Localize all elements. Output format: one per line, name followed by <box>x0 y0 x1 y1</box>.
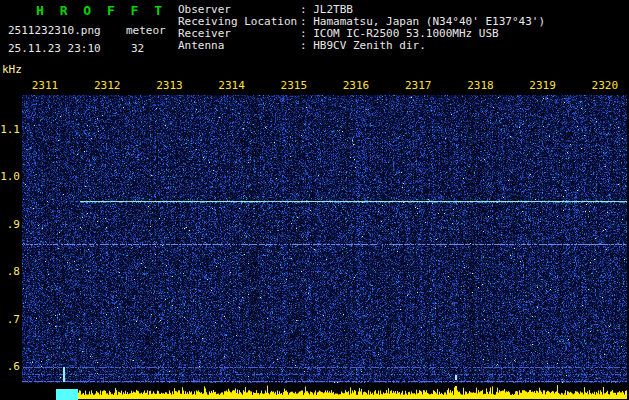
x-tick-label: 2319 <box>521 80 565 92</box>
y-axis-unit-label: kHz <box>2 64 22 76</box>
info-field-label: Antenna <box>178 40 300 52</box>
x-tick-label: 2311 <box>23 80 67 92</box>
x-tick-label: 2315 <box>272 80 316 92</box>
datetime-label: 25.11.23 23:10 <box>8 43 101 55</box>
mode-label: meteor <box>126 25 166 37</box>
y-tick-label: 1.1 <box>0 124 20 136</box>
info-field-value: : HB9CV Zenith dir. <box>300 39 426 52</box>
spectrogram-canvas <box>22 95 627 383</box>
signal-level-canvas <box>22 384 627 400</box>
x-tick-label: 2317 <box>396 80 440 92</box>
x-tick-label: 2318 <box>458 80 502 92</box>
station-info: Observer: JL2TBBReceiving Location: Hama… <box>178 4 545 52</box>
x-tick-label: 2312 <box>85 80 129 92</box>
x-tick-label: 2320 <box>583 80 627 92</box>
y-tick-label: .7 <box>0 314 20 326</box>
info-row: Antenna: HB9CV Zenith dir. <box>178 40 545 52</box>
y-tick-label: .9 <box>0 219 20 231</box>
filename-label: 2511232310.png <box>8 25 101 37</box>
app-title: H R O F F T <box>36 5 166 17</box>
x-tick-label: 2316 <box>334 80 378 92</box>
hrofft-window: H R O F F T 2511232310.png meteor 25.11.… <box>0 0 629 400</box>
x-tick-label: 2313 <box>147 80 191 92</box>
x-tick-label: 2314 <box>210 80 254 92</box>
y-tick-label: .6 <box>0 361 20 373</box>
meteor-count: 32 <box>131 43 144 55</box>
y-tick-label: .8 <box>0 266 20 278</box>
y-tick-label: 1.0 <box>0 171 20 183</box>
